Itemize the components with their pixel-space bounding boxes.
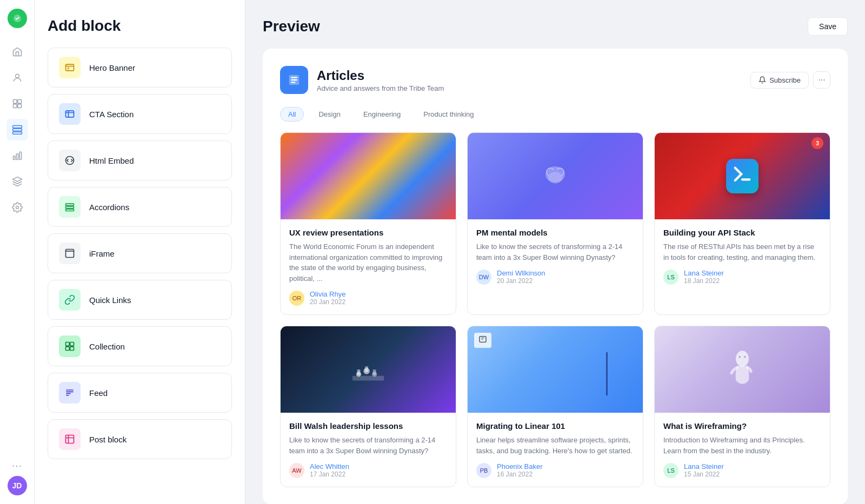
block-item-cta[interactable]: CTA Section <box>48 94 232 134</box>
card-1-desc: The World Economic Forum is an independe… <box>289 241 447 284</box>
card-4-author-name: Alec Whitten <box>310 462 349 471</box>
card-6-body: What is Wireframing? Introduction to Wir… <box>655 413 830 487</box>
svg-rect-4 <box>13 104 17 108</box>
collection-icon <box>59 335 81 357</box>
svg-point-27 <box>548 172 562 184</box>
block-item-html[interactable]: Html Embed <box>48 140 232 180</box>
svg-rect-11 <box>19 152 21 159</box>
card-1-author-name: Olivia Rhye <box>310 290 345 298</box>
card-6-author-name: Lana Steiner <box>684 462 724 471</box>
block-panel: Add block Hero Banner CTA Section <box>35 0 245 504</box>
card-4-author-date: 17 Jan 2022 <box>310 471 349 478</box>
article-card-4[interactable]: Bill Walsh leadership lessons Like to kn… <box>280 326 456 487</box>
article-card-2[interactable]: PM mental models Like to know the secret… <box>467 132 643 315</box>
svg-rect-8 <box>12 132 22 134</box>
svg-point-37 <box>738 356 741 358</box>
block-item-accordion[interactable]: Accordions <box>48 187 232 227</box>
svg-rect-23 <box>70 347 74 351</box>
svg-rect-14 <box>66 111 74 117</box>
card-6-image <box>655 326 830 413</box>
card-6-author-info: Lana Steiner 15 Jan 2022 <box>684 462 724 478</box>
articles-subtitle: Advice and answers from the Tribe Team <box>317 84 444 92</box>
hero-label: Hero Banner <box>89 63 135 72</box>
card-2-desc: Like to know the secrets of transforming… <box>476 241 634 263</box>
article-card-3[interactable]: 3 Building your API Stack The rise of RE… <box>654 132 830 315</box>
card-2-author-info: Demi Wllkinson 20 Jan 2022 <box>497 269 545 285</box>
collection-label: Collection <box>89 342 125 351</box>
nav-analytics[interactable] <box>6 145 28 166</box>
svg-rect-34 <box>373 369 376 375</box>
block-item-post[interactable]: Post block <box>48 419 232 459</box>
tag-design[interactable]: Design <box>310 107 348 122</box>
svg-rect-5 <box>17 104 21 108</box>
articles-grid: UX review presentations The World Econom… <box>280 132 830 487</box>
svg-rect-17 <box>66 206 74 208</box>
svg-rect-28 <box>352 376 384 381</box>
nav-layers[interactable] <box>6 171 28 192</box>
cta-label: CTA Section <box>89 110 134 119</box>
quicklinks-label: Quick Links <box>89 295 131 305</box>
svg-rect-33 <box>365 366 368 372</box>
svg-rect-2 <box>13 100 17 104</box>
card-5-author-name: Phoenix Baker <box>497 462 543 471</box>
card-2-author-name: Demi Wllkinson <box>497 269 545 277</box>
tags-row: All Design Engineering Product thinking <box>280 107 830 122</box>
svg-rect-10 <box>16 154 18 160</box>
save-button[interactable]: Save <box>808 17 848 36</box>
card-3-body: Building your API Stack The rise of REST… <box>655 219 830 293</box>
feed-label: Feed <box>89 388 108 398</box>
card-2-image <box>468 133 643 219</box>
block-item-quicklinks[interactable]: Quick Links <box>48 280 232 320</box>
card-3-author-name: Lana Steiner <box>684 269 724 277</box>
preview-header: Preview Save <box>263 17 848 36</box>
tag-all[interactable]: All <box>280 107 304 122</box>
html-label: Html Embed <box>89 156 134 165</box>
svg-point-38 <box>744 356 746 358</box>
block-item-hero[interactable]: Hero Banner <box>48 48 232 88</box>
card-3-desc: The rise of RESTful APIs has been met by… <box>663 241 821 263</box>
panel-title: Add block <box>48 17 232 35</box>
svg-rect-24 <box>66 435 74 443</box>
card-6-title: What is Wireframing? <box>663 421 821 431</box>
subscribe-label: Subscribe <box>769 76 801 84</box>
feed-icon <box>59 382 81 404</box>
tag-engineering[interactable]: Engineering <box>355 107 409 122</box>
nav-settings[interactable] <box>6 197 28 218</box>
post-icon <box>59 428 81 450</box>
icon-sidebar: ··· JD <box>0 0 35 504</box>
block-item-iframe[interactable]: iFrame <box>48 233 232 273</box>
subscribe-button[interactable]: Subscribe <box>750 72 809 89</box>
block-item-collection[interactable]: Collection <box>48 326 232 366</box>
block-item-feed[interactable]: Feed <box>48 373 232 413</box>
more-button[interactable]: ··· <box>813 71 830 89</box>
card-4-desc: Like to know the secrets of transforming… <box>289 435 447 456</box>
card-3-author: LS Lana Steiner 18 Jan 2022 <box>663 269 821 285</box>
card-2-author-date: 20 Jan 2022 <box>497 277 545 285</box>
card-5-avatar: PB <box>476 463 491 478</box>
svg-rect-20 <box>66 342 70 346</box>
article-card-5[interactable]: Migrating to Linear 101 Linear helps str… <box>467 326 643 487</box>
toggle-icon[interactable] <box>8 9 27 28</box>
iframe-icon <box>59 243 81 264</box>
nav-users[interactable] <box>6 67 28 89</box>
nav-home[interactable] <box>6 41 28 63</box>
svg-point-36 <box>736 351 749 366</box>
card-1-author-info: Olivia Rhye 20 Jan 2022 <box>310 290 345 306</box>
post-label: Post block <box>89 435 127 444</box>
more-options[interactable]: ··· <box>12 459 23 472</box>
nav-pages[interactable] <box>6 93 28 115</box>
article-card-1[interactable]: UX review presentations The World Econom… <box>280 132 456 315</box>
card-2-author: DW Demi Wllkinson 20 Jan 2022 <box>476 269 634 285</box>
svg-rect-9 <box>13 156 15 160</box>
link-icon <box>59 289 81 311</box>
card-6-desc: Introduction to Wireframing and its Prin… <box>663 435 821 456</box>
article-card-6[interactable]: What is Wireframing? Introduction to Wir… <box>654 326 830 487</box>
card-6-author-date: 15 Jan 2022 <box>684 471 724 478</box>
cta-icon <box>59 103 81 125</box>
articles-actions: Subscribe ··· <box>750 71 830 89</box>
user-avatar[interactable]: JD <box>8 476 27 495</box>
tag-product[interactable]: Product thinking <box>415 107 482 122</box>
nav-blocks[interactable] <box>6 119 28 140</box>
card-1-avatar: OR <box>289 291 304 306</box>
svg-rect-18 <box>66 209 74 211</box>
